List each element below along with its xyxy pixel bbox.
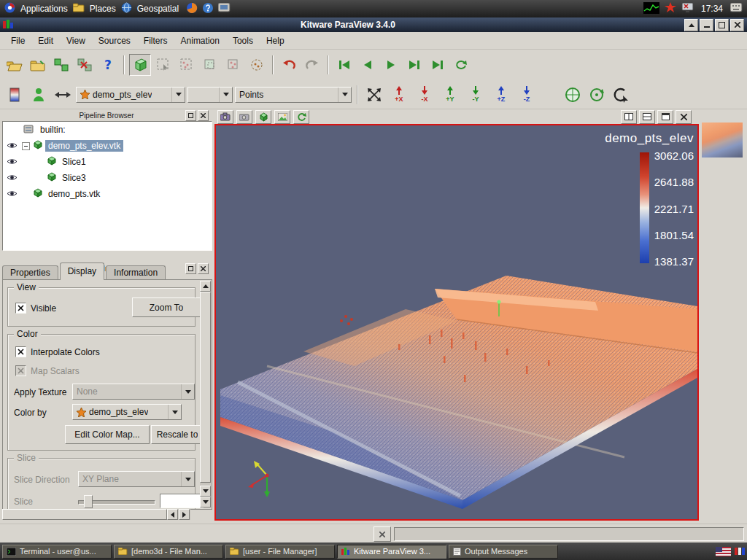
representation-combo[interactable]: Points [235,87,352,103]
taskbar-item-output-messages[interactable]: Output Messages [449,545,558,559]
select-cells-through-button[interactable] [199,54,221,76]
menu-file[interactable]: File [4,34,31,48]
refresh-view-button[interactable] [293,110,309,124]
undo-button[interactable] [278,54,300,76]
color-by-combo[interactable]: demo_pts_elev [72,404,182,420]
next-frame-button[interactable] [403,54,425,76]
scroll-left-button[interactable] [167,509,178,520]
tree-expander[interactable] [22,142,30,150]
taskbar-item-terminal[interactable]: Terminal - user@us... [2,545,112,559]
camera-plus-x-button[interactable]: +X [387,84,411,106]
taskbar-item-paraview[interactable]: Kitware ParaView 3... [337,545,446,559]
menu-tools[interactable]: Tools [226,34,260,48]
capture-view-button[interactable] [274,110,290,124]
visibility-eye-icon[interactable] [7,141,18,152]
zoom-to-data-button[interactable]: Zoom To [132,298,201,317]
float-panel-button[interactable] [185,263,196,274]
close-button[interactable] [730,19,744,31]
camera-plus-z-button[interactable]: +Z [489,84,513,106]
rescale-to-data-button[interactable]: Rescale to [151,425,204,444]
visibility-eye-icon[interactable] [7,190,18,200]
interpolate-colors-row[interactable]: Interpolate Colors [15,346,100,357]
pipeline-item-demo-pts-elev[interactable]: demo_pts_elev.vtk [3,138,212,154]
show-center-button[interactable] [562,84,584,106]
visible-checkbox-row[interactable]: Visible [15,303,56,314]
apply-texture-combo[interactable]: None [72,384,195,400]
scroll-down-button[interactable] [200,486,211,497]
menu-places[interactable]: Places [85,2,121,15]
scroll-down-button-2[interactable] [200,497,211,508]
interpolate-colors-checkbox[interactable] [15,346,26,357]
previous-frame-button[interactable] [357,54,379,76]
scrollbar-thumb[interactable] [200,292,211,483]
combo-dropdown-button[interactable] [171,88,185,102]
menu-filters[interactable]: Filters [137,34,174,48]
disconnect-server-button[interactable] [74,54,96,76]
redo-button[interactable] [301,54,323,76]
tab-information[interactable]: Information [106,265,166,280]
rescale-range-button[interactable] [52,84,74,106]
reset-center-button[interactable] [586,84,608,106]
edit-color-map-button[interactable]: Edit Color Map... [65,425,150,444]
screenshot-tool-icon[interactable] [665,2,676,16]
clock[interactable]: 17:34 [699,4,725,14]
combo-dropdown-button[interactable] [338,88,351,102]
color-by-array-combo[interactable]: demo_pts_elev [76,87,185,103]
float-panel-button[interactable] [185,110,196,121]
tab-properties[interactable]: Properties [2,265,58,280]
minimize-button[interactable] [700,19,713,31]
open-file-button[interactable] [4,54,26,76]
taskbar-item-demo3d[interactable]: [demo3d - File Man... [114,545,223,559]
scroll-up-button[interactable] [200,281,211,292]
visibility-eye-icon[interactable] [7,174,18,184]
menu-geospatial[interactable]: Geospatial [132,2,184,15]
help-launcher[interactable] [201,1,215,16]
tab-display[interactable]: Display [60,262,104,280]
input-method-icon[interactable] [730,3,743,15]
combo-dropdown-button[interactable] [219,88,232,102]
maximize-view-button[interactable] [657,110,673,124]
browser-launcher[interactable] [185,1,199,16]
taskbar-item-filemanager[interactable]: [user - File Manager] [225,545,335,559]
system-monitor-icon[interactable] [643,2,659,16]
camera-minus-x-button[interactable]: -X [413,84,436,106]
screenshot-launcher[interactable] [217,1,231,16]
close-panel-button[interactable] [198,263,209,274]
scrollbar-thumb[interactable] [2,509,167,520]
slice-slider-handle[interactable] [84,495,93,508]
menu-animation[interactable]: Animation [174,34,226,48]
shade-button[interactable] [684,19,698,31]
connect-server-button[interactable] [50,54,72,76]
pipeline-browser-header[interactable]: Pipeline Browser [2,109,211,121]
interaction-mode-button[interactable] [255,110,271,124]
close-view-button[interactable] [676,110,692,124]
distribution-logo-icon[interactable] [4,2,15,15]
component-combo[interactable] [187,87,233,103]
toggle-color-legend-button[interactable] [4,84,26,106]
window-titlebar[interactable]: Kitware ParaView 3.4.0 [0,18,747,32]
camera-minus-z-button[interactable]: -Z [515,84,538,106]
camera-redo-button[interactable] [236,110,252,124]
surface-selection-button[interactable] [129,54,151,76]
play-button[interactable] [380,54,402,76]
visible-checkbox[interactable] [15,303,26,314]
help-button[interactable]: ? [97,54,119,76]
visibility-eye-icon[interactable] [7,158,18,168]
status-field[interactable] [394,527,744,541]
pick-center-button[interactable] [610,84,632,106]
menu-applications[interactable]: Applications [15,2,73,15]
combo-dropdown-button[interactable] [168,405,181,419]
menu-sources[interactable]: Sources [92,34,137,48]
secondary-view-thumbnail[interactable] [702,122,743,158]
camera-undo-button[interactable] [217,110,233,124]
save-data-button[interactable] [27,54,49,76]
clear-field-button[interactable] [374,526,391,542]
pipeline-item-demo-pts[interactable]: demo_pts.vtk [3,186,212,202]
render-view[interactable]: demo_pts_elev 3062.06 2641.88 2221.71 18… [214,124,699,521]
display-settings-icon[interactable] [681,2,694,15]
split-vertical-button[interactable] [639,110,655,124]
camera-minus-y-button[interactable]: -Y [464,84,487,106]
reset-camera-button[interactable] [363,84,385,106]
select-points-through-button[interactable] [222,54,244,76]
maximize-button[interactable] [715,19,729,31]
